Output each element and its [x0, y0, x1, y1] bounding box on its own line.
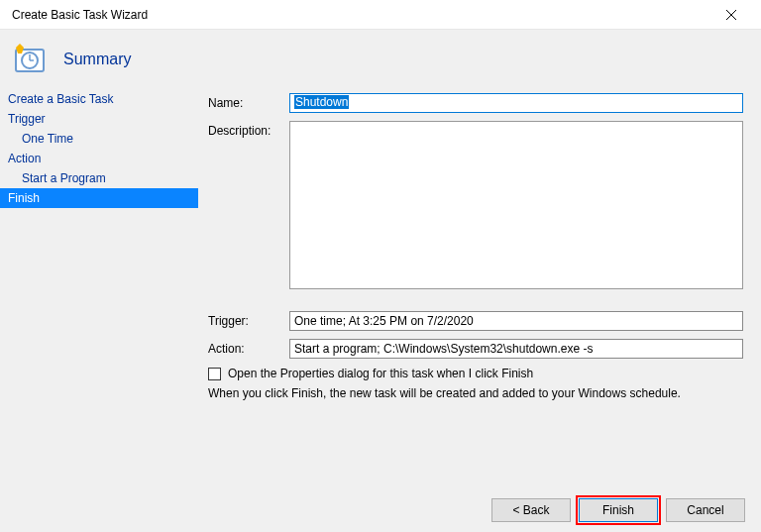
sidebar-item-start-a-program[interactable]: Start a Program — [0, 168, 198, 188]
action-label: Action: — [208, 339, 289, 356]
sidebar-item-action[interactable]: Action — [0, 149, 198, 168]
close-button[interactable] — [711, 2, 751, 28]
task-wizard-icon — [14, 44, 46, 75]
info-text: When you click Finish, the new task will… — [208, 386, 743, 400]
name-input[interactable]: Shutdown — [289, 93, 743, 113]
cancel-button[interactable]: Cancel — [666, 498, 745, 522]
trigger-value[interactable]: One time; At 3:25 PM on 7/2/2020 — [289, 311, 743, 331]
description-label: Description: — [208, 121, 289, 138]
content-panel: Name: Shutdown Description: Trigger: One… — [198, 89, 761, 480]
body: Create a Basic Task Trigger One Time Act… — [0, 89, 761, 480]
banner: Summary — [0, 30, 761, 89]
name-label: Name: — [208, 93, 289, 110]
finish-button[interactable]: Finish — [579, 498, 658, 522]
sidebar-item-trigger[interactable]: Trigger — [0, 109, 198, 129]
description-textarea[interactable] — [289, 121, 743, 289]
sidebar-item-create-basic-task[interactable]: Create a Basic Task — [0, 89, 198, 109]
sidebar: Create a Basic Task Trigger One Time Act… — [0, 89, 198, 480]
trigger-label: Trigger: — [208, 311, 289, 328]
wizard-window: Create Basic Task Wizard Summary Create … — [0, 0, 761, 532]
close-icon — [725, 9, 737, 21]
window-title: Create Basic Task Wizard — [12, 8, 148, 22]
back-button[interactable]: < Back — [491, 498, 571, 522]
titlebar: Create Basic Task Wizard — [0, 0, 761, 30]
open-properties-row[interactable]: Open the Properties dialog for this task… — [208, 367, 743, 380]
sidebar-item-finish[interactable]: Finish — [0, 188, 198, 208]
open-properties-label: Open the Properties dialog for this task… — [228, 367, 533, 380]
action-value[interactable]: Start a program; C:\Windows\System32\shu… — [289, 339, 743, 359]
button-bar: < Back Finish Cancel — [491, 498, 745, 522]
open-properties-checkbox[interactable] — [208, 368, 221, 380]
sidebar-item-one-time[interactable]: One Time — [0, 129, 198, 149]
page-title: Summary — [63, 51, 131, 68]
